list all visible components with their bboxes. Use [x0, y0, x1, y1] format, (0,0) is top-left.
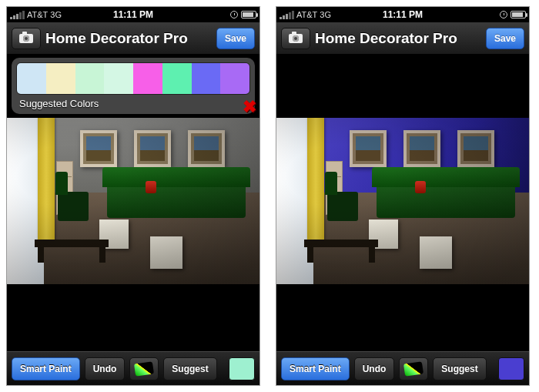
camera-button[interactable] [281, 28, 310, 49]
toolbar: Smart Paint Undo Suggest [7, 351, 259, 385]
screenshot-right: AT&T 3G 11:11 PM Home Decorator Pro Save… [276, 6, 530, 386]
swatch[interactable] [220, 63, 249, 94]
page-title: Home Decorator Pro [45, 30, 212, 47]
battery-icon [511, 11, 526, 18]
panel-label: Suggested Colors [16, 98, 250, 109]
chair [327, 192, 358, 221]
camera-button[interactable] [12, 28, 41, 49]
swatch[interactable] [162, 63, 192, 94]
color-preview[interactable] [498, 357, 524, 380]
swatch[interactable] [104, 63, 133, 94]
picture-frame [403, 130, 440, 167]
swatch[interactable] [75, 63, 105, 94]
couch [377, 184, 515, 218]
smart-paint-button[interactable]: Smart Paint [281, 357, 350, 380]
suggest-button[interactable]: Suggest [433, 357, 486, 380]
screenshot-left: AT&T 3G 11:11 PM Home Decorator Pro Save… [6, 6, 260, 386]
alarm-icon [500, 11, 507, 18]
brush-button[interactable] [399, 357, 428, 380]
status-bar: AT&T 3G 11:11 PM [276, 7, 529, 22]
status-bar: AT&T 3G 11:11 PM [7, 7, 259, 22]
undo-button[interactable]: Undo [85, 357, 126, 380]
curtain [38, 118, 55, 243]
camera-icon [289, 34, 303, 43]
status-time: 11:11 PM [276, 9, 529, 20]
chair [58, 192, 89, 221]
save-button[interactable]: Save [216, 28, 255, 49]
smart-paint-button[interactable]: Smart Paint [12, 357, 80, 380]
swatch[interactable] [46, 63, 75, 94]
alarm-icon [230, 11, 238, 18]
camera-icon [19, 34, 33, 43]
picture-frame [134, 130, 171, 167]
nav-bar: Home Decorator Pro Save [276, 22, 529, 55]
color-preview[interactable] [229, 357, 255, 380]
picture-frame [188, 130, 225, 167]
brush-button[interactable] [129, 357, 159, 380]
picture-frame [457, 130, 494, 167]
toolbar: Smart Paint Undo Suggest [276, 351, 529, 385]
close-icon[interactable]: ✖ [243, 97, 256, 117]
status-time: 11:11 PM [7, 9, 259, 20]
picture-frame [350, 130, 387, 167]
battery-icon [241, 11, 256, 18]
nav-bar: Home Decorator Pro Save [7, 22, 259, 55]
ottoman [420, 236, 452, 269]
undo-button[interactable]: Undo [354, 357, 395, 380]
swatch[interactable] [192, 63, 221, 94]
save-button[interactable]: Save [486, 28, 524, 49]
ottoman [150, 236, 182, 269]
swatch[interactable] [17, 63, 46, 94]
room-preview[interactable] [276, 118, 529, 284]
color-swatches [16, 62, 250, 95]
curtain [307, 118, 324, 243]
picture-frame [80, 130, 117, 167]
swatch[interactable] [133, 63, 162, 94]
coffee-table [304, 240, 378, 247]
room-preview[interactable] [7, 118, 259, 284]
page-title: Home Decorator Pro [315, 30, 481, 47]
couch [107, 184, 246, 218]
coffee-table [35, 240, 109, 247]
suggested-colors-panel: Suggested Colors ✖ [12, 58, 255, 114]
suggest-button[interactable]: Suggest [163, 357, 216, 380]
